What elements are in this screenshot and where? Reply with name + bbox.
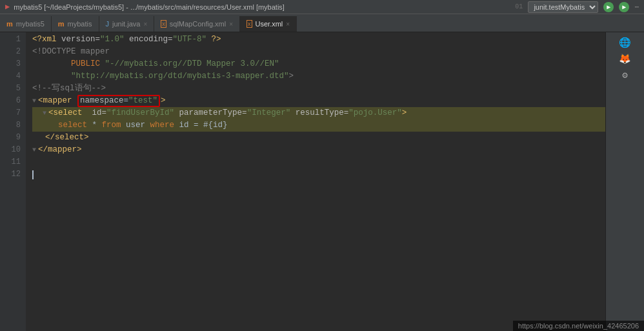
tab-close-user[interactable]: ×	[286, 21, 290, 28]
editor-area: 1 2 3 4 5 6 7 8 9 10 11 12 <?xml version…	[0, 32, 644, 331]
tab-sqlmap[interactable]: x sqlMapConfig.xml ×	[154, 16, 240, 32]
code-line-10: ▼</mapper>	[32, 144, 605, 156]
code-line-1: <?xml version="1.0" encoding="UTF-8" ?>	[32, 34, 605, 46]
tab-label-mybatis: mybatis	[68, 20, 92, 28]
tab-user[interactable]: x User.xml ×	[240, 16, 297, 32]
app-icon: ▶	[5, 2, 10, 12]
line-numbers: 1 2 3 4 5 6 7 8 9 10 11 12	[0, 32, 26, 331]
tab-icon-sqlmap: x	[161, 20, 166, 28]
tab-icon-junit: J	[106, 20, 110, 28]
tab-junit[interactable]: J junit.java ×	[99, 16, 155, 32]
code-line-6: ▼<mapper namespace="test">	[32, 95, 605, 107]
tab-icon-mybatis: m	[58, 20, 65, 28]
debug-button[interactable]: ▶	[619, 2, 629, 12]
bottom-url: https://blog.csdn.net/weixin_42465206	[513, 321, 644, 331]
tab-label-mybatis5: mybatis5	[16, 20, 45, 28]
tab-label-junit: junit.java	[112, 20, 140, 28]
code-line-3: PUBLIC "-//mybatis.org//DTD Mapper 3.0//…	[32, 58, 605, 70]
more-actions-button[interactable]: ⋯	[634, 3, 639, 11]
tab-bar: m mybatis5 m mybatis J junit.java × x sq…	[0, 14, 644, 32]
code-line-12	[32, 168, 605, 181]
code-line-7: ▼<select id="findUserById" parameterType…	[32, 107, 605, 119]
tab-close-junit[interactable]: ×	[143, 21, 147, 28]
tab-mybatis5[interactable]: m mybatis5	[0, 16, 52, 32]
tab-label-sqlmap: sqlMapConfig.xml	[170, 20, 226, 28]
settings-icon[interactable]: ⚙	[618, 68, 632, 82]
indicators: 01	[515, 3, 523, 10]
firefox-icon[interactable]: 🦊	[618, 52, 632, 66]
code-line-5: <!--写sql语句-->	[32, 83, 605, 95]
code-area[interactable]: <?xml version="1.0" encoding="UTF-8" ?> …	[26, 32, 605, 331]
right-tools-panel: 🌐 🦊 ⚙	[605, 32, 644, 331]
window-title: mybatis5 [~/IdeaProjects/mybatis5] - ...…	[14, 3, 285, 11]
code-line-9: </select>	[32, 132, 605, 144]
code-line-11	[32, 156, 605, 168]
tab-mybatis[interactable]: m mybatis	[52, 16, 99, 32]
code-line-8: select * from user where id = #{id}	[32, 119, 605, 132]
tab-icon-mybatis5: m	[6, 20, 13, 28]
tab-label-user: User.xml	[256, 20, 283, 28]
run-config-selector[interactable]: junit.testMybatis	[528, 1, 598, 13]
title-bar: ▶ mybatis5 [~/IdeaProjects/mybatis5] - .…	[0, 0, 644, 14]
run-button[interactable]: ▶	[603, 2, 614, 12]
browser-icon[interactable]: 🌐	[618, 35, 632, 50]
tab-close-sqlmap[interactable]: ×	[229, 21, 233, 28]
code-line-4: "http://mybatis.org/dtd/mybatis-3-mapper…	[32, 70, 605, 83]
title-bar-right: 01 junit.testMybatis ▶ ▶ ⋯	[515, 1, 639, 13]
code-line-2: <!DOCTYPE mapper	[32, 46, 605, 58]
tab-icon-user: x	[247, 20, 252, 28]
